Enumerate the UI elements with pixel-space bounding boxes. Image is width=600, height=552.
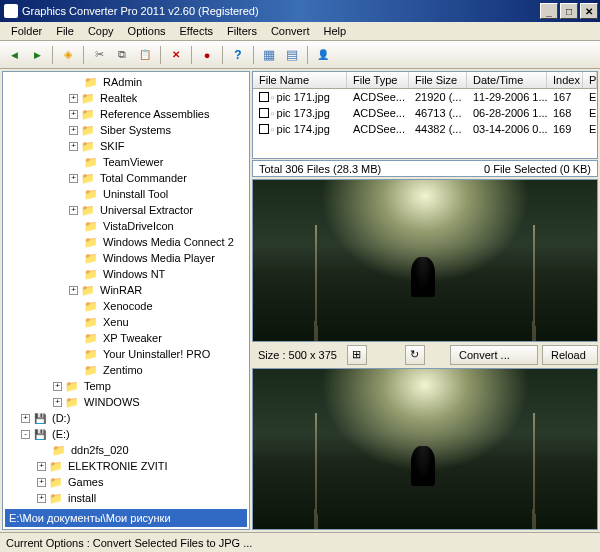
tree-node[interactable]: Zentimo xyxy=(5,362,247,378)
tree-label[interactable]: TeamViewer xyxy=(101,156,165,168)
tree-node[interactable]: Windows Media Player xyxy=(5,250,247,266)
file-list-body[interactable]: pic 171.jpgACDSee...21920 (...11-29-2006… xyxy=(253,89,597,158)
tree-label[interactable]: Universal Extractor xyxy=(98,204,195,216)
expand-icon[interactable]: + xyxy=(37,462,46,471)
menu-filters[interactable]: Filters xyxy=(220,23,264,39)
tree-node[interactable]: Windows NT xyxy=(5,266,247,282)
tree-label[interactable]: (E:) xyxy=(50,428,72,440)
expand-icon[interactable]: + xyxy=(53,398,62,407)
tree-node[interactable]: -(E:) xyxy=(5,426,247,442)
table-row[interactable]: pic 174.jpgACDSee...44382 (...03-14-2006… xyxy=(253,121,597,137)
col-filename[interactable]: File Name xyxy=(253,72,347,88)
tree-label[interactable]: Siber Systems xyxy=(98,124,173,136)
tree-label[interactable]: (D:) xyxy=(50,412,72,424)
tree-label[interactable]: WinRAR xyxy=(98,284,144,296)
tree-label[interactable]: Reference Assemblies xyxy=(98,108,211,120)
tree-node[interactable]: +Reference Assemblies xyxy=(5,106,247,122)
tree-node[interactable]: Xenu xyxy=(5,314,247,330)
col-filesize[interactable]: File Size xyxy=(409,72,467,88)
tree-label[interactable]: WINDOWS xyxy=(82,396,142,408)
tool-convert-icon[interactable] xyxy=(197,45,217,65)
table-row[interactable]: pic 173.jpgACDSee...46713 (...06-28-2006… xyxy=(253,105,597,121)
tree-node[interactable]: +Siber Systems xyxy=(5,122,247,138)
preview-top[interactable] xyxy=(252,179,598,342)
col-path[interactable]: Path xyxy=(583,72,597,88)
tree-label[interactable]: Your Uninstaller! PRO xyxy=(101,348,212,360)
tree-label[interactable]: Xenocode xyxy=(101,300,155,312)
tree-label[interactable]: XP Tweaker xyxy=(101,332,164,344)
folder-tree[interactable]: RAdmin+Realtek+Reference Assemblies+Sibe… xyxy=(3,72,249,507)
tree-node[interactable]: Windows Media Connect 2 xyxy=(5,234,247,250)
col-datetime[interactable]: Date/Time xyxy=(467,72,547,88)
tree-label[interactable]: Total Commander xyxy=(98,172,189,184)
close-button[interactable]: ✕ xyxy=(580,3,598,19)
tree-node[interactable]: New Album 2012 xyxy=(5,506,247,507)
tree-label[interactable]: VistaDriveIcon xyxy=(101,220,176,232)
expand-icon[interactable]: + xyxy=(69,174,78,183)
paste-icon[interactable] xyxy=(135,45,155,65)
tree-label[interactable]: Games xyxy=(66,476,105,488)
tree-node[interactable]: +Temp xyxy=(5,378,247,394)
menu-help[interactable]: Help xyxy=(316,23,353,39)
tree-label[interactable]: Xenu xyxy=(101,316,131,328)
tree-node[interactable]: +ELEKTRONIE ZVITI xyxy=(5,458,247,474)
tree-node[interactable]: +Universal Extractor xyxy=(5,202,247,218)
checkbox[interactable] xyxy=(259,92,269,102)
tree-label[interactable]: RAdmin xyxy=(101,76,144,88)
expand-icon[interactable]: + xyxy=(37,478,46,487)
menu-effects[interactable]: Effects xyxy=(173,23,220,39)
tool-zoom-icon[interactable]: ⊞ xyxy=(347,345,367,365)
forward-button[interactable] xyxy=(27,45,47,65)
expand-icon[interactable]: + xyxy=(69,142,78,151)
collapse-icon[interactable]: - xyxy=(21,430,30,439)
tree-node[interactable]: +Realtek xyxy=(5,90,247,106)
col-index[interactable]: Index xyxy=(547,72,583,88)
tree-node[interactable]: +(D:) xyxy=(5,410,247,426)
view-grid-icon[interactable] xyxy=(259,45,279,65)
expand-icon[interactable]: + xyxy=(69,110,78,119)
titlebar[interactable]: Graphics Converter Pro 2011 v2.60 (Regis… xyxy=(0,0,600,22)
tree-label[interactable]: Windows Media Connect 2 xyxy=(101,236,236,248)
tree-node[interactable]: RAdmin xyxy=(5,74,247,90)
tree-node[interactable]: TeamViewer xyxy=(5,154,247,170)
tree-node[interactable]: +Games xyxy=(5,474,247,490)
tool-favorites-icon[interactable] xyxy=(58,45,78,65)
path-bar[interactable]: E:\Мои документы\Мои рисунки xyxy=(5,509,247,527)
expand-icon[interactable]: + xyxy=(69,94,78,103)
tree-label[interactable]: Windows NT xyxy=(101,268,167,280)
tree-node[interactable]: +install xyxy=(5,490,247,506)
tree-node[interactable]: +WINDOWS xyxy=(5,394,247,410)
expand-icon[interactable]: + xyxy=(37,494,46,503)
preview-bottom[interactable] xyxy=(252,368,598,531)
cut-icon[interactable] xyxy=(89,45,109,65)
tree-label[interactable]: Uninstall Tool xyxy=(101,188,170,200)
copy-icon[interactable] xyxy=(112,45,132,65)
expand-icon[interactable]: + xyxy=(21,414,30,423)
convert-button[interactable]: Convert ... xyxy=(450,345,538,365)
tool-rotate-icon[interactable]: ↻ xyxy=(405,345,425,365)
tree-label[interactable]: ELEKTRONIE ZVITI xyxy=(66,460,170,472)
expand-icon[interactable]: + xyxy=(53,382,62,391)
table-row[interactable]: pic 171.jpgACDSee...21920 (...11-29-2006… xyxy=(253,89,597,105)
tree-label[interactable]: install xyxy=(66,492,98,504)
help-icon[interactable] xyxy=(228,45,248,65)
checkbox[interactable] xyxy=(259,108,269,118)
tree-label[interactable]: Temp xyxy=(82,380,113,392)
tree-node[interactable]: XP Tweaker xyxy=(5,330,247,346)
menu-convert[interactable]: Convert xyxy=(264,23,317,39)
tree-node[interactable]: Xenocode xyxy=(5,298,247,314)
tree-node[interactable]: Uninstall Tool xyxy=(5,186,247,202)
expand-icon[interactable]: + xyxy=(69,126,78,135)
tree-label[interactable]: Windows Media Player xyxy=(101,252,217,264)
tree-label[interactable]: Zentimo xyxy=(101,364,145,376)
file-list[interactable]: File Name File Type File Size Date/Time … xyxy=(252,71,598,159)
tree-node[interactable]: +Total Commander xyxy=(5,170,247,186)
checkbox[interactable] xyxy=(259,124,269,134)
menu-copy[interactable]: Copy xyxy=(81,23,121,39)
tree-label[interactable]: SKIF xyxy=(98,140,126,152)
back-button[interactable] xyxy=(4,45,24,65)
menu-file[interactable]: File xyxy=(49,23,81,39)
menu-folder[interactable]: Folder xyxy=(4,23,49,39)
tree-node[interactable]: +WinRAR xyxy=(5,282,247,298)
maximize-button[interactable]: □ xyxy=(560,3,578,19)
